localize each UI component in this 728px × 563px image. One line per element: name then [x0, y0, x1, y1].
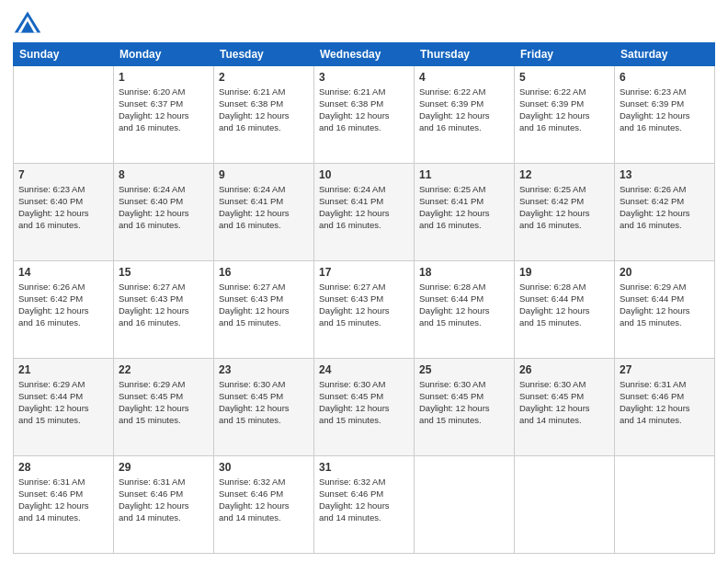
- day-number: 13: [620, 167, 710, 182]
- calendar-cell: 24Sunrise: 6:30 AM Sunset: 6:45 PM Dayli…: [314, 359, 415, 456]
- calendar-cell: 8Sunrise: 6:24 AM Sunset: 6:40 PM Daylig…: [114, 164, 214, 261]
- week-row-0: 1Sunrise: 6:20 AM Sunset: 6:37 PM Daylig…: [14, 66, 715, 164]
- day-info: Sunrise: 6:26 AM Sunset: 6:42 PM Dayligh…: [620, 184, 710, 231]
- calendar-cell: 5Sunrise: 6:22 AM Sunset: 6:39 PM Daylig…: [515, 66, 615, 164]
- day-number: 29: [119, 460, 209, 475]
- day-number: 22: [119, 362, 209, 377]
- day-info: Sunrise: 6:27 AM Sunset: 6:43 PM Dayligh…: [319, 282, 409, 328]
- day-info: Sunrise: 6:29 AM Sunset: 6:44 PM Dayligh…: [620, 282, 710, 328]
- calendar-cell: 22Sunrise: 6:29 AM Sunset: 6:45 PM Dayli…: [114, 359, 214, 456]
- calendar-cell: 19Sunrise: 6:28 AM Sunset: 6:44 PM Dayli…: [515, 261, 615, 359]
- calendar-cell: 2Sunrise: 6:21 AM Sunset: 6:38 PM Daylig…: [214, 66, 314, 164]
- week-row-1: 7Sunrise: 6:23 AM Sunset: 6:40 PM Daylig…: [14, 164, 715, 261]
- day-number: 2: [219, 70, 309, 85]
- day-number: 1: [119, 70, 209, 85]
- day-info: Sunrise: 6:31 AM Sunset: 6:46 PM Dayligh…: [620, 379, 710, 426]
- day-number: 25: [419, 362, 509, 377]
- calendar-cell: 12Sunrise: 6:25 AM Sunset: 6:42 PM Dayli…: [515, 164, 615, 261]
- calendar-table: SundayMondayTuesdayWednesdayThursdayFrid…: [13, 42, 715, 554]
- calendar-cell: 26Sunrise: 6:30 AM Sunset: 6:45 PM Dayli…: [515, 359, 615, 456]
- day-header-sunday: Sunday: [14, 43, 114, 66]
- calendar-cell: 7Sunrise: 6:23 AM Sunset: 6:40 PM Daylig…: [14, 164, 114, 261]
- calendar-cell: 14Sunrise: 6:26 AM Sunset: 6:42 PM Dayli…: [14, 261, 114, 359]
- day-number: 16: [219, 265, 309, 280]
- day-number: 15: [119, 265, 209, 280]
- day-info: Sunrise: 6:31 AM Sunset: 6:46 PM Dayligh…: [119, 477, 209, 523]
- calendar-cell: 11Sunrise: 6:25 AM Sunset: 6:41 PM Dayli…: [415, 164, 515, 261]
- day-header-thursday: Thursday: [415, 43, 515, 66]
- day-info: Sunrise: 6:26 AM Sunset: 6:42 PM Dayligh…: [18, 282, 108, 328]
- day-number: 9: [219, 167, 309, 182]
- calendar-cell: 20Sunrise: 6:29 AM Sunset: 6:44 PM Dayli…: [615, 261, 715, 359]
- calendar-cell: 3Sunrise: 6:21 AM Sunset: 6:38 PM Daylig…: [314, 66, 415, 164]
- day-info: Sunrise: 6:20 AM Sunset: 6:37 PM Dayligh…: [119, 86, 209, 133]
- day-info: Sunrise: 6:28 AM Sunset: 6:44 PM Dayligh…: [519, 282, 609, 328]
- day-info: Sunrise: 6:22 AM Sunset: 6:39 PM Dayligh…: [519, 86, 609, 133]
- day-info: Sunrise: 6:32 AM Sunset: 6:46 PM Dayligh…: [219, 477, 309, 523]
- day-info: Sunrise: 6:29 AM Sunset: 6:45 PM Dayligh…: [119, 379, 209, 426]
- day-number: 5: [519, 70, 609, 85]
- day-header-saturday: Saturday: [615, 43, 715, 66]
- day-number: 17: [319, 265, 409, 280]
- day-number: 14: [18, 265, 108, 280]
- day-number: 21: [18, 362, 108, 377]
- day-header-tuesday: Tuesday: [214, 43, 314, 66]
- day-number: 28: [18, 460, 108, 475]
- day-number: 12: [519, 167, 609, 182]
- day-info: Sunrise: 6:23 AM Sunset: 6:39 PM Dayligh…: [620, 86, 710, 133]
- calendar-header-row: SundayMondayTuesdayWednesdayThursdayFrid…: [14, 43, 715, 66]
- day-info: Sunrise: 6:24 AM Sunset: 6:41 PM Dayligh…: [319, 184, 409, 231]
- week-row-4: 28Sunrise: 6:31 AM Sunset: 6:46 PM Dayli…: [14, 456, 715, 554]
- calendar-cell: 21Sunrise: 6:29 AM Sunset: 6:44 PM Dayli…: [14, 359, 114, 456]
- day-number: 20: [620, 265, 710, 280]
- day-number: 11: [419, 167, 509, 182]
- day-number: 3: [319, 70, 409, 85]
- day-info: Sunrise: 6:27 AM Sunset: 6:43 PM Dayligh…: [119, 282, 209, 328]
- day-info: Sunrise: 6:30 AM Sunset: 6:45 PM Dayligh…: [219, 379, 309, 426]
- calendar-cell: 30Sunrise: 6:32 AM Sunset: 6:46 PM Dayli…: [214, 456, 314, 554]
- day-info: Sunrise: 6:21 AM Sunset: 6:38 PM Dayligh…: [219, 86, 309, 133]
- day-number: 27: [620, 362, 710, 377]
- day-number: 18: [419, 265, 509, 280]
- header: [13, 9, 715, 35]
- day-info: Sunrise: 6:21 AM Sunset: 6:38 PM Dayligh…: [319, 86, 409, 133]
- calendar-cell: 23Sunrise: 6:30 AM Sunset: 6:45 PM Dayli…: [214, 359, 314, 456]
- day-info: Sunrise: 6:24 AM Sunset: 6:40 PM Dayligh…: [119, 184, 209, 231]
- calendar-cell: 27Sunrise: 6:31 AM Sunset: 6:46 PM Dayli…: [615, 359, 715, 456]
- calendar-cell: 1Sunrise: 6:20 AM Sunset: 6:37 PM Daylig…: [114, 66, 214, 164]
- day-number: 24: [319, 362, 409, 377]
- day-header-monday: Monday: [114, 43, 214, 66]
- calendar-cell: 17Sunrise: 6:27 AM Sunset: 6:43 PM Dayli…: [314, 261, 415, 359]
- day-info: Sunrise: 6:28 AM Sunset: 6:44 PM Dayligh…: [419, 282, 509, 328]
- calendar-cell: 9Sunrise: 6:24 AM Sunset: 6:41 PM Daylig…: [214, 164, 314, 261]
- day-info: Sunrise: 6:30 AM Sunset: 6:45 PM Dayligh…: [519, 379, 609, 426]
- day-info: Sunrise: 6:30 AM Sunset: 6:45 PM Dayligh…: [319, 379, 409, 426]
- calendar-cell: 13Sunrise: 6:26 AM Sunset: 6:42 PM Dayli…: [615, 164, 715, 261]
- logo-icon: [13, 9, 42, 35]
- day-number: 6: [620, 70, 710, 85]
- day-number: 7: [18, 167, 108, 182]
- calendar-cell: 28Sunrise: 6:31 AM Sunset: 6:46 PM Dayli…: [14, 456, 114, 554]
- day-number: 31: [319, 460, 409, 475]
- calendar-cell: 10Sunrise: 6:24 AM Sunset: 6:41 PM Dayli…: [314, 164, 415, 261]
- day-info: Sunrise: 6:27 AM Sunset: 6:43 PM Dayligh…: [219, 282, 309, 328]
- calendar-cell: 4Sunrise: 6:22 AM Sunset: 6:39 PM Daylig…: [415, 66, 515, 164]
- calendar-cell: 15Sunrise: 6:27 AM Sunset: 6:43 PM Dayli…: [114, 261, 214, 359]
- calendar-cell: 31Sunrise: 6:32 AM Sunset: 6:46 PM Dayli…: [314, 456, 415, 554]
- day-header-friday: Friday: [515, 43, 615, 66]
- calendar-cell: 6Sunrise: 6:23 AM Sunset: 6:39 PM Daylig…: [615, 66, 715, 164]
- day-info: Sunrise: 6:23 AM Sunset: 6:40 PM Dayligh…: [18, 184, 108, 231]
- calendar-cell: [14, 66, 114, 164]
- week-row-3: 21Sunrise: 6:29 AM Sunset: 6:44 PM Dayli…: [14, 359, 715, 456]
- logo: [13, 9, 46, 35]
- day-number: 10: [319, 167, 409, 182]
- day-info: Sunrise: 6:24 AM Sunset: 6:41 PM Dayligh…: [219, 184, 309, 231]
- day-number: 8: [119, 167, 209, 182]
- week-row-2: 14Sunrise: 6:26 AM Sunset: 6:42 PM Dayli…: [14, 261, 715, 359]
- day-number: 4: [419, 70, 509, 85]
- calendar-cell: [515, 456, 615, 554]
- calendar-cell: 18Sunrise: 6:28 AM Sunset: 6:44 PM Dayli…: [415, 261, 515, 359]
- day-info: Sunrise: 6:25 AM Sunset: 6:42 PM Dayligh…: [519, 184, 609, 231]
- calendar-cell: [615, 456, 715, 554]
- day-number: 19: [519, 265, 609, 280]
